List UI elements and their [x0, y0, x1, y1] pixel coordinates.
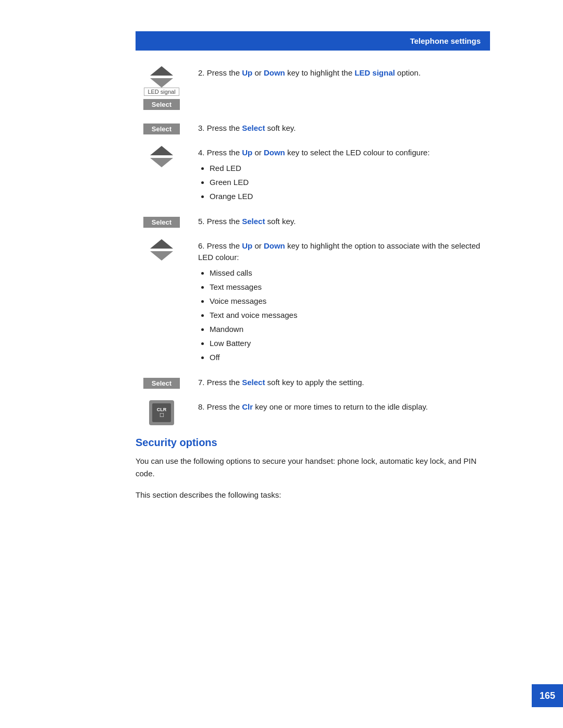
- step-5-text: 5. Press the Select soft key.: [198, 215, 485, 228]
- select-button-2[interactable]: Select: [143, 99, 180, 110]
- content-area: LED signal Select 2. Press the Up or Dow…: [136, 66, 500, 501]
- step-3-paragraph: 3. Press the Select soft key.: [198, 122, 485, 134]
- led-signal-key-label: LED signal: [354, 68, 395, 77]
- bullet-voice-messages: Voice messages: [210, 294, 485, 308]
- step-5-row: Select 5. Press the Select soft key.: [136, 215, 485, 228]
- down-arrow-icon-6: [150, 251, 173, 261]
- step-8-num: 8.: [198, 402, 207, 411]
- step-3-icon: Select: [136, 121, 188, 134]
- step-7-text: 7. Press the Select soft key to apply th…: [198, 376, 485, 389]
- select-key-label-7: Select: [242, 378, 265, 387]
- up-key-label-4: Up: [242, 148, 252, 157]
- bullet-orange-led: Orange LED: [210, 189, 485, 203]
- bullet-green-led: Green LED: [210, 175, 485, 189]
- select-button-5[interactable]: Select: [143, 217, 180, 228]
- step-4-icon: [136, 146, 188, 167]
- security-section: Security options You can use the followi…: [136, 437, 485, 501]
- section-body-1: You can use the following options to sec…: [136, 455, 485, 480]
- led-signal-label: LED signal: [144, 88, 179, 96]
- step-8-paragraph: 8. Press the Clr key one or more times t…: [198, 401, 485, 413]
- down-arrow-icon: [150, 78, 173, 88]
- header-bar: Telephone settings: [136, 31, 490, 51]
- step-2-text: 2. Press the Up or Down key to highlight…: [198, 66, 485, 79]
- up-arrow-icon: [150, 66, 173, 76]
- step-2-row: LED signal Select 2. Press the Up or Dow…: [136, 66, 485, 110]
- step-4-row: 4. Press the Up or Down key to select th…: [136, 146, 485, 203]
- down-key-label-6: Down: [264, 241, 285, 250]
- step-5-icon: Select: [136, 215, 188, 228]
- step-2-icon: LED signal Select: [136, 66, 188, 110]
- step-8-row: CLR⬚ 8. Press the Clr key one or more ti…: [136, 400, 485, 425]
- step-6-paragraph: 6. Press the Up or Down key to highlight…: [198, 240, 485, 264]
- up-arrow-icon-6: [150, 239, 173, 249]
- step-6-text: 6. Press the Up or Down key to highlight…: [198, 239, 485, 364]
- nav-arrows-4: [150, 146, 173, 167]
- down-key-label-2: Down: [264, 68, 285, 77]
- select-key-label-5: Select: [242, 217, 265, 226]
- nav-arrows-2: [150, 66, 173, 88]
- nav-arrows-6: [150, 239, 173, 261]
- bullet-low-battery: Low Battery: [210, 336, 485, 350]
- step-3-row: Select 3. Press the Select soft key.: [136, 121, 485, 134]
- up-key-label-2: Up: [242, 68, 252, 77]
- section-body-2: This section describes the following tas…: [136, 489, 485, 501]
- down-key-label-4: Down: [264, 148, 285, 157]
- step-4-text: 4. Press the Up or Down key to select th…: [198, 146, 485, 203]
- step-3-num: 3.: [198, 124, 207, 132]
- page-number: 165: [540, 690, 555, 701]
- step-7-icon: Select: [136, 376, 188, 389]
- header-title: Telephone settings: [410, 36, 481, 45]
- clr-key-label: Clr: [242, 402, 253, 411]
- step-4-num: 4.: [198, 148, 207, 157]
- bullet-red-led: Red LED: [210, 161, 485, 175]
- bullet-mandown: Mandown: [210, 322, 485, 336]
- bullet-text-messages: Text messages: [210, 280, 485, 294]
- clr-key-text: CLR⬚: [157, 408, 167, 418]
- bullet-text-voice-messages: Text and voice messages: [210, 308, 485, 322]
- step-5-num: 5.: [198, 217, 207, 226]
- step-3-text: 3. Press the Select soft key.: [198, 121, 485, 134]
- select-button-3[interactable]: Select: [143, 124, 180, 134]
- step-6-row: 6. Press the Up or Down key to highlight…: [136, 239, 485, 364]
- clr-key-icon: CLR⬚: [149, 400, 174, 425]
- page-container: Telephone settings LED signal Select 2. …: [0, 0, 563, 728]
- step-2-num: 2.: [198, 68, 207, 77]
- select-button-7[interactable]: Select: [143, 378, 180, 389]
- step-4-paragraph: 4. Press the Up or Down key to select th…: [198, 147, 485, 159]
- step-6-bullets: Missed calls Text messages Voice message…: [210, 266, 485, 364]
- step-6-num: 6.: [198, 241, 207, 250]
- bullet-missed-calls: Missed calls: [210, 266, 485, 280]
- select-key-label-3: Select: [242, 124, 265, 132]
- step-6-icon: [136, 239, 188, 261]
- down-arrow-icon-4: [150, 158, 173, 167]
- bullet-off: Off: [210, 350, 485, 364]
- step-7-paragraph: 7. Press the Select soft key to apply th…: [198, 377, 485, 389]
- step-8-icon: CLR⬚: [136, 400, 188, 425]
- step-2-paragraph: 2. Press the Up or Down key to highlight…: [198, 67, 485, 79]
- step-4-bullets: Red LED Green LED Orange LED: [210, 161, 485, 203]
- clr-key-inner: CLR⬚: [152, 403, 171, 422]
- up-key-label-6: Up: [242, 241, 252, 250]
- step-7-row: Select 7. Press the Select soft key to a…: [136, 376, 485, 389]
- step-7-num: 7.: [198, 378, 207, 387]
- step-8-text: 8. Press the Clr key one or more times t…: [198, 400, 485, 413]
- up-arrow-icon-4: [150, 146, 173, 155]
- page-number-badge: 165: [532, 684, 563, 707]
- section-heading: Security options: [136, 437, 485, 449]
- step-5-paragraph: 5. Press the Select soft key.: [198, 216, 485, 228]
